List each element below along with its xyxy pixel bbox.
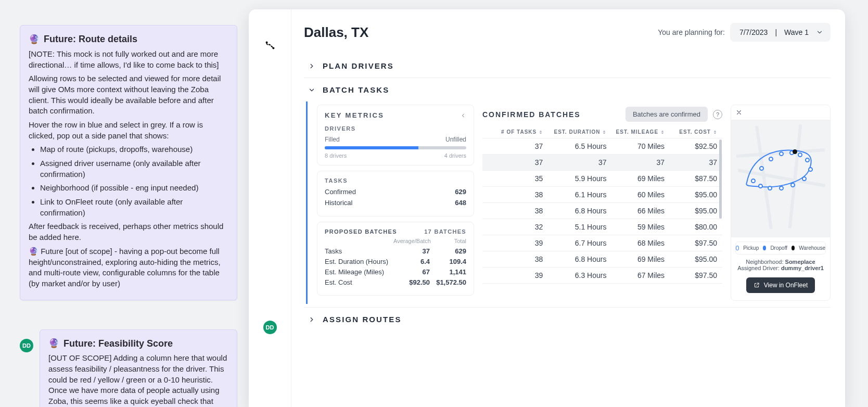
drivers-bar — [325, 146, 466, 149]
wave-sep: | — [775, 28, 777, 36]
driver-line: Assigned Driver: dummy_driver1 — [734, 265, 827, 271]
page-title: Dallas, TX — [304, 24, 368, 41]
annotation-avatar: DD — [20, 339, 33, 352]
col-cost[interactable]: EST. COST — [679, 129, 711, 135]
annotation-bullet: Assigned driver username (only available… — [40, 158, 228, 180]
annotation-bullet: Neighborhood (if possible - eng input ne… — [40, 183, 228, 194]
annotation-bullet: Link to OnFleet route (only available af… — [40, 197, 228, 218]
wave-date: 7/7/2023 — [739, 28, 768, 36]
scrollbar-thumb[interactable] — [719, 139, 722, 219]
batch-tasks-body: KEY METRICS DRIVERS Filled Unfilled — [306, 101, 831, 304]
chevron-right-icon — [308, 316, 315, 323]
sort-icon — [713, 130, 717, 134]
proposed-row: Tasks37629 — [325, 247, 466, 255]
annotation-text: [OUT OF SCOPE] Adding a column here that… — [48, 353, 228, 407]
table-body[interactable]: 376.5 Hours70 Miles$92.5037373737355.9 H… — [482, 138, 722, 288]
neighborhood-line: Neighborhood: Someplace — [734, 259, 827, 265]
annotation-card-route-details: 🔮 Future: Route details [NOTE: This mock… — [20, 25, 237, 300]
unfilled-label: Unfilled — [445, 136, 466, 143]
col-duration[interactable]: EST. DURATION — [554, 129, 601, 135]
annotation-bullet: Map of route (pickups, dropoffs, warehou… — [40, 144, 228, 155]
legend-dropoff: Dropoff — [770, 245, 787, 251]
annotation-card-feasibility: 🔮 Future: Feasibility Score [OUT OF SCOP… — [40, 329, 237, 407]
key-metrics-title: KEY METRICS — [325, 111, 384, 119]
table-row[interactable]: 386.1 Hours60 Miles$95.00 — [482, 187, 722, 203]
view-label: View in OnFleet — [764, 282, 808, 289]
filled-label: Filled — [325, 136, 340, 143]
route-map[interactable] — [731, 120, 830, 237]
annotation-column: 🔮 Future: Route details [NOTE: This mock… — [0, 0, 249, 407]
table-row[interactable]: 386.8 Hours66 Miles$95.00 — [482, 203, 722, 219]
table-row[interactable]: 396.7 Hours68 Miles$97.50 — [482, 235, 722, 251]
col-total: Total — [430, 238, 466, 244]
drivers-heading: DRIVERS — [325, 125, 466, 132]
tasks-heading: TASKS — [325, 177, 466, 184]
wave-label: Wave 1 — [784, 28, 809, 36]
table-row[interactable]: 376.5 Hours59 Miles$92.50 — [482, 284, 722, 288]
section-title: Assign Routes — [323, 315, 401, 324]
historical-label: Historical — [325, 199, 352, 207]
external-link-icon — [754, 282, 760, 288]
table-row[interactable]: 386.8 Hours69 Miles$95.00 — [482, 251, 722, 268]
status-pill: Batches are confirmed — [626, 107, 708, 122]
section-title: Plan Drivers — [323, 61, 394, 70]
side-icon-rail: DD — [249, 9, 291, 407]
annotation-title: Future: Route details — [44, 33, 137, 46]
section-assign-routes[interactable]: Assign Routes — [304, 308, 831, 331]
key-metrics-column: KEY METRICS DRIVERS Filled Unfilled — [317, 105, 474, 301]
proposed-row: Est. Mileage (Miles)671,141 — [325, 268, 466, 276]
info-icon[interactable]: ? — [713, 110, 722, 119]
annotation-text: Hover the row in blue and select in grey… — [29, 120, 228, 141]
side-avatar[interactable]: DD — [263, 321, 277, 334]
table-row[interactable]: 37373737 — [482, 155, 722, 171]
section-plan-drivers[interactable]: Plan Drivers — [304, 54, 831, 78]
sort-icon — [602, 130, 606, 134]
nav-routes-icon[interactable] — [260, 35, 280, 55]
table-row[interactable]: 396.3 Hours67 Miles$97.50 — [482, 268, 722, 284]
proposed-row: Est. Duration (Hours)6.4109.4 — [325, 258, 466, 265]
app-card: DD Dallas, TX You are planning for: 7/7/… — [249, 9, 845, 407]
annotation-text: [NOTE: This mock is not fully worked out… — [29, 49, 228, 70]
section-batch-tasks[interactable]: Batch Tasks — [304, 78, 831, 101]
route-detail-popout: Pickup Dropoff Warehouse Neighborhood: S… — [731, 105, 831, 301]
crystal-ball-icon: 🔮 — [29, 33, 40, 45]
sort-icon — [539, 130, 543, 134]
chevron-right-icon — [308, 62, 315, 70]
wave-selector[interactable]: 7/7/2023 | Wave 1 — [730, 23, 831, 42]
annotation-text: Allowing rows to be selected and viewed … — [29, 73, 228, 117]
section-title: Batch Tasks — [323, 85, 389, 94]
col-avg: Average/Batch — [393, 238, 430, 244]
chevron-down-icon — [816, 29, 823, 36]
col-mileage[interactable]: EST. MILEAGE — [616, 129, 658, 135]
table-row[interactable]: 355.9 Hours69 Miles$87.50 — [482, 171, 722, 187]
proposed-row: Est. Cost$92.50$1,572.50 — [325, 278, 466, 286]
proposed-count: 17 BATCHES — [424, 228, 466, 235]
table-row[interactable]: 376.5 Hours70 Miles$92.50 — [482, 138, 722, 155]
confirmed-batches: CONFIRMED BATCHES Batches are confirmed … — [482, 105, 722, 301]
table-row[interactable]: 325.1 Hours59 Miles$80.00 — [482, 219, 722, 235]
filled-count: 8 drivers — [325, 152, 347, 159]
confirmed-title: CONFIRMED BATCHES — [482, 110, 581, 119]
table-header: # OF TASKS EST. DURATION EST. MILEAGE ES… — [482, 126, 722, 138]
annotation-title: Future: Feasibility Score — [63, 337, 173, 350]
close-icon — [735, 109, 743, 116]
chevron-down-icon — [308, 86, 315, 94]
view-in-onfleet-button[interactable]: View in OnFleet — [746, 277, 815, 293]
proposed-heading: PROPOSED BATCHES — [325, 228, 397, 235]
map-legend: Pickup Dropoff Warehouse — [735, 241, 826, 255]
annotation-text: After feedback is received, perhaps othe… — [29, 221, 228, 243]
sort-icon — [660, 130, 665, 134]
unfilled-count: 4 drivers — [444, 152, 466, 159]
col-tasks[interactable]: # OF TASKS — [501, 129, 537, 135]
historical-value: 648 — [455, 199, 466, 207]
confirmed-value: 629 — [455, 188, 466, 196]
chevron-left-icon[interactable] — [460, 112, 466, 119]
annotation-text: 🔮 Future [out of scope] - having a pop-o… — [29, 246, 228, 289]
crystal-ball-icon: 🔮 — [48, 337, 59, 349]
planning-label: You are planning for: — [658, 28, 725, 36]
legend-pickup: Pickup — [743, 245, 759, 251]
legend-warehouse: Warehouse — [799, 245, 825, 251]
close-button[interactable] — [731, 105, 830, 120]
confirmed-label: Confirmed — [325, 188, 356, 196]
